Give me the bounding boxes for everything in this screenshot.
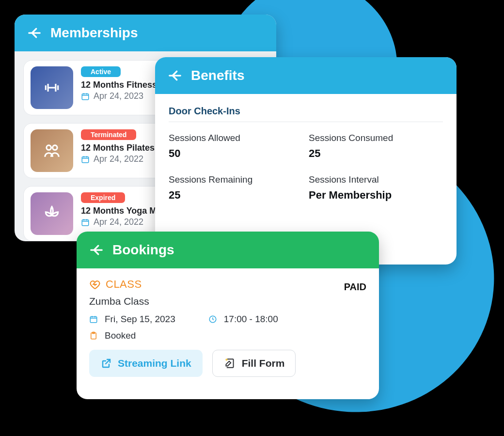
benefits-section: Door Check-Ins <box>169 106 443 122</box>
membership-thumb <box>31 129 73 172</box>
benefit-cell: Sessions Interval Per Membership <box>309 174 443 202</box>
svg-rect-0 <box>82 93 89 99</box>
sessions-allowed-value: 50 <box>169 147 303 160</box>
calendar-icon <box>81 155 90 164</box>
membership-date: Apr 24, 2023 <box>94 91 143 101</box>
membership-info: Terminated 12 Months Pilates Apr 24, 202… <box>81 129 155 164</box>
streaming-link-label: Streaming Link <box>118 358 191 369</box>
status-badge: Active <box>81 66 121 77</box>
benefit-cell: Sessions Allowed 50 <box>169 133 303 160</box>
benefits-header: Benefits <box>155 57 457 94</box>
membership-name: 12 Months Pilates <box>81 143 155 153</box>
status-badge: Terminated <box>81 129 136 140</box>
lotus-icon <box>43 204 61 223</box>
status-badge: Expired <box>81 192 125 203</box>
membership-info: Active 12 Months Fitness Apr 24, 2023 <box>81 66 157 101</box>
back-icon[interactable] <box>89 243 104 257</box>
sessions-interval-value: Per Membership <box>309 189 443 202</box>
heart-rate-icon <box>89 279 101 290</box>
sessions-allowed-label: Sessions Allowed <box>169 133 303 143</box>
sessions-consumed-label: Sessions Consumed <box>309 133 443 143</box>
sessions-remaining-label: Sessions Remaining <box>169 174 303 185</box>
fill-form-label: Fill Form <box>242 358 285 369</box>
membership-name: 12 Months Yoga M <box>81 206 157 216</box>
class-tag: CLASS <box>89 278 142 291</box>
benefits-body: Door Check-Ins Sessions Allowed 50 Sessi… <box>155 94 457 213</box>
streaming-link-button[interactable]: Streaming Link <box>89 350 203 377</box>
people-icon <box>43 141 61 160</box>
calendar-icon <box>81 92 90 101</box>
bookings-title: Bookings <box>112 242 174 258</box>
svg-point-2 <box>53 145 58 150</box>
back-icon[interactable] <box>27 26 42 40</box>
membership-thumb <box>31 192 73 235</box>
memberships-header: Memberships <box>15 15 276 51</box>
clipboard-icon <box>89 331 98 340</box>
sessions-interval-label: Sessions Interval <box>309 174 443 185</box>
bookings-body: CLASS PAID Zumba Class Fri, Sep 15, 2023… <box>77 268 379 387</box>
booking-status: Booked <box>105 330 136 341</box>
booking-date: Fri, Sep 15, 2023 <box>105 314 175 325</box>
membership-thumb <box>31 66 73 109</box>
membership-name: 12 Months Fitness <box>81 80 157 90</box>
class-name: Zumba Class <box>89 296 366 307</box>
bookings-panel: Bookings CLASS PAID Zumba Class Fri, Sep… <box>77 232 379 399</box>
membership-date: Apr 24, 2022 <box>94 217 143 227</box>
clock-icon <box>208 315 217 324</box>
form-pencil-icon <box>223 357 236 370</box>
svg-point-9 <box>225 358 227 360</box>
calendar-icon <box>89 315 98 324</box>
benefit-cell: Sessions Consumed 25 <box>309 133 443 160</box>
membership-date: Apr 24, 2022 <box>94 154 143 164</box>
booking-time: 17:00 - 18:00 <box>224 314 278 325</box>
paid-label: PAID <box>344 281 366 293</box>
sessions-remaining-value: 25 <box>169 189 303 202</box>
svg-rect-5 <box>90 317 97 323</box>
calendar-icon <box>81 218 90 227</box>
back-icon[interactable] <box>168 68 182 83</box>
external-link-icon <box>100 358 112 369</box>
benefits-title: Benefits <box>191 68 244 83</box>
bookings-header: Bookings <box>77 232 379 268</box>
svg-rect-4 <box>82 219 89 225</box>
sessions-consumed-value: 25 <box>309 147 443 160</box>
fill-form-button[interactable]: Fill Form <box>212 350 296 377</box>
memberships-title: Memberships <box>50 25 138 41</box>
dumbbell-icon <box>43 78 61 97</box>
svg-point-1 <box>47 145 51 150</box>
class-tag-text: CLASS <box>106 278 142 291</box>
benefit-cell: Sessions Remaining 25 <box>169 174 303 202</box>
membership-info: Expired 12 Months Yoga M Apr 24, 2022 <box>81 192 157 227</box>
svg-rect-3 <box>82 156 89 162</box>
